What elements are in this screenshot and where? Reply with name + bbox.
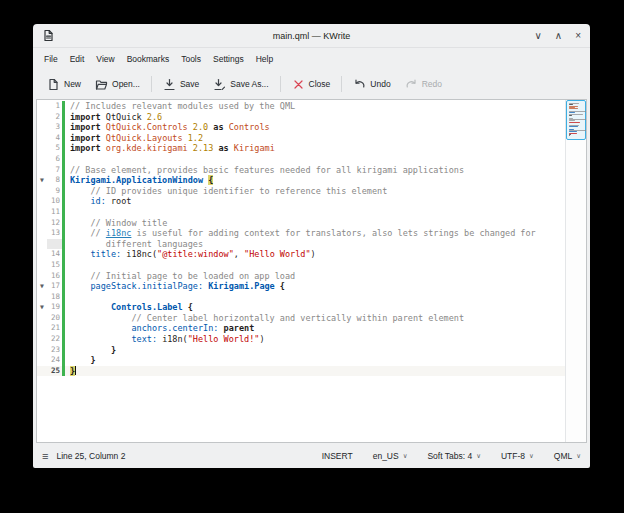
fold-column [37,260,47,271]
syntax-mode-selector[interactable]: QML ∨ [554,451,581,461]
code-line[interactable]: 13 // i18nc is useful for adding context… [37,228,565,239]
chevron-down-icon: ∨ [529,452,534,460]
code-text: import QtQuick.Layouts 1.2 [65,133,203,144]
undo-button[interactable]: Undo [346,74,397,95]
cursor-position[interactable]: Line 25, Column 2 [56,451,125,461]
fold-marker-icon[interactable]: ▼ [37,281,47,292]
window-controls: ∨ ∧ × [535,31,582,41]
dictionary-selector[interactable]: en_US ∨ [373,451,408,461]
fold-column [37,154,47,165]
code-line[interactable]: 20 // Center label horizontally and vert… [37,313,565,324]
code-area[interactable]: 1// Includes relevant modules used by th… [37,100,565,442]
chevron-down-icon: ∨ [576,452,581,460]
code-line[interactable]: 23 } [37,345,565,356]
code-text: // Center label horizontally and vertica… [65,313,464,324]
fold-column [37,345,47,356]
code-line[interactable]: 4import QtQuick.Layouts 1.2 [37,133,565,144]
fold-marker-icon[interactable]: ▼ [37,175,47,186]
hamburger-icon[interactable]: ≡ [42,451,48,461]
code-text: text: i18n("Hello World!") [65,334,265,345]
tab-width-selector[interactable]: Soft Tabs: 4 ∨ [427,451,481,461]
close-button[interactable]: Close [285,74,338,95]
line-number: 5 [47,143,62,154]
menu-item-view[interactable]: View [90,51,120,67]
code-line[interactable]: 22 text: i18n("Hello World!") [37,334,565,345]
encoding-selector[interactable]: UTF-8 ∨ [501,451,534,461]
code-line[interactable]: different languages [37,239,565,250]
fold-marker-icon[interactable]: ▼ [37,302,47,313]
line-number: 9 [47,186,62,197]
menu-item-bookmarks[interactable]: Bookmarks [121,51,176,67]
save-as-icon [213,78,226,91]
kwrite-app-icon [42,29,55,42]
code-line[interactable]: ▼19 Controls.Label { [37,302,565,313]
chevron-down-icon: ∨ [403,452,408,460]
redo-button[interactable]: Redo [398,74,449,95]
line-number: 21 [47,323,62,334]
menu-item-edit[interactable]: Edit [64,51,91,67]
code-line[interactable]: 21 anchors.centerIn: parent [37,323,565,334]
code-line[interactable]: 6 [37,154,565,165]
code-line[interactable]: ▼8Kirigami.ApplicationWindow { [37,175,565,186]
close-window-button[interactable]: × [575,31,581,41]
line-number: 1 [47,101,62,112]
code-line[interactable]: 12 // Window title [37,218,565,229]
code-line[interactable]: 16 // Initial page to be loaded on app l… [37,271,565,282]
code-line[interactable]: 2import QtQuick 2.6 [37,112,565,123]
input-mode-label: INSERT [322,451,353,461]
encoding-label: UTF-8 [501,451,525,461]
menubar: FileEditViewBookmarksToolsSettingsHelp [33,48,590,69]
menu-item-file[interactable]: File [38,51,64,67]
code-text: Kirigami.ApplicationWindow { [65,175,213,186]
line-number: 18 [47,292,62,303]
code-line[interactable]: 14 title: i18nc("@title:window", "Hello … [37,249,565,260]
code-line[interactable]: 18 [37,292,565,303]
menu-item-help[interactable]: Help [250,51,279,67]
code-line[interactable]: 25} [37,366,565,377]
code-text: pageStack.initialPage: Kirigami.Page { [65,281,285,292]
maximize-button[interactable]: ∧ [555,31,562,41]
toolbar: NewOpen...SaveSave As...CloseUndoRedo [33,69,590,99]
code-text: import org.kde.kirigami 2.13 as Kirigami [65,143,275,154]
fold-column [37,207,47,218]
save-button[interactable]: Save [156,74,206,95]
fold-column [37,122,47,133]
open-button[interactable]: Open... [88,74,147,95]
code-line[interactable]: 9 // ID provides unique identifier to re… [37,186,565,197]
fold-column [37,133,47,144]
line-number: 11 [47,207,62,218]
line-number: 3 [47,122,62,133]
code-line[interactable]: 7// Base element, provides basic feature… [37,165,565,176]
redo-icon [405,78,418,91]
line-number: 15 [47,260,62,271]
input-mode-button[interactable]: INSERT [322,451,353,461]
code-line[interactable]: 3import QtQuick.Controls 2.0 as Controls [37,122,565,133]
menu-item-settings[interactable]: Settings [207,51,250,67]
code-line[interactable]: 15 [37,260,565,271]
titlebar[interactable]: main.qml — KWrite ∨ ∧ × [33,24,590,48]
code-line[interactable]: 1// Includes relevant modules used by th… [37,101,565,112]
minimize-button[interactable]: ∨ [535,31,542,41]
kwrite-window: main.qml — KWrite ∨ ∧ × FileEditViewBook… [33,24,590,468]
editor[interactable]: 1// Includes relevant modules used by th… [36,99,587,443]
toolbar-button-label: Undo [370,79,390,89]
line-number: 13 [47,228,62,239]
toolbar-separator [151,76,152,92]
toolbar-button-label: Close [309,79,331,89]
menu-item-tools[interactable]: Tools [175,51,207,67]
line-number: 16 [47,271,62,282]
code-line[interactable]: 11 [37,207,565,218]
minimap-line [569,108,578,109]
code-line[interactable]: ▼17 pageStack.initialPage: Kirigami.Page… [37,281,565,292]
code-text: // i18nc is useful for adding context fo… [65,228,536,239]
code-text [65,154,70,165]
scrollbar[interactable] [565,100,586,442]
code-line[interactable]: 24 } [37,355,565,366]
new-button[interactable]: New [40,74,88,95]
saveas-button[interactable]: Save As... [206,74,275,95]
minimap[interactable] [568,102,584,139]
fold-column [37,228,47,239]
line-number: 6 [47,154,62,165]
code-line[interactable]: 5import org.kde.kirigami 2.13 as Kirigam… [37,143,565,154]
code-line[interactable]: 10 id: root [37,196,565,207]
